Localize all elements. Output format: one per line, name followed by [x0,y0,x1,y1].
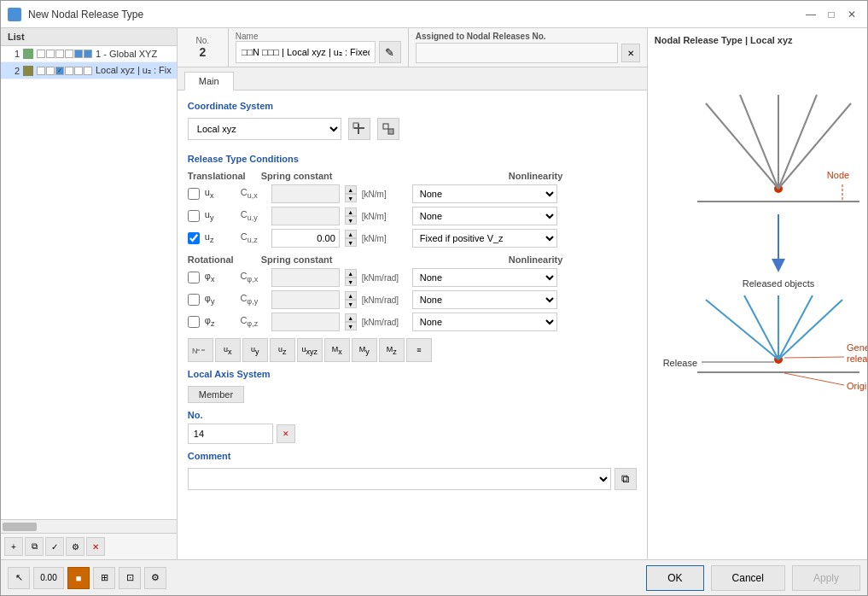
comment-copy-button[interactable]: ⧉ [615,468,637,490]
snap-button[interactable]: ⊡ [119,567,141,589]
comment-input[interactable] [188,468,611,490]
dof-uxyz-button[interactable]: uxyz [297,338,323,362]
name-input[interactable] [236,41,376,63]
assigned-input[interactable] [416,43,618,63]
local-axis-no-input[interactable] [188,424,273,444]
assigned-label: Assigned to Nodal Releases No. [416,32,640,41]
local-axis-clear-button[interactable]: ✕ [277,424,295,443]
uy-spin-up[interactable]: ▲ [345,207,357,216]
dof-uy-button[interactable]: uy [242,338,268,362]
apply-button[interactable]: Apply [792,565,860,591]
assigned-section: Assigned to Nodal Releases No. ✕ [408,28,647,67]
settings-button[interactable]: ⚙ [66,537,84,556]
coord-edit-button[interactable] [377,118,399,140]
phix-row: φx Cφ,x ▲ ▼ [kNm/rad] None [188,268,637,287]
phix-checkbox[interactable] [188,272,200,283]
window-title: New Nodal Release Type [28,9,795,20]
ux-nonlin-select[interactable]: None [412,184,557,203]
rot-label: Rotational [188,254,261,265]
check-button[interactable]: ✓ [45,537,64,556]
ux-checkbox[interactable] [188,188,200,200]
coord-add-button[interactable] [348,118,370,140]
tab-main[interactable]: Main [184,72,234,91]
duplicate-button[interactable]: ⧉ [25,537,44,556]
uy-nonlin-select[interactable]: None [412,207,557,225]
window-icon [8,8,21,21]
dof-all2-button[interactable]: ≡ [406,338,432,362]
grid-button[interactable]: ⊞ [93,567,115,589]
dof-ux-button[interactable]: ux [215,338,241,362]
list-item[interactable]: 1 1 - Global XYZ [1,46,177,62]
local-axis-no-label: No. [188,410,637,420]
uy-checkbox[interactable] [188,210,200,222]
uy-spin-down[interactable]: ▼ [345,216,357,225]
phix-spin-down[interactable]: ▼ [345,278,357,286]
minimize-button[interactable]: — [802,6,819,23]
coordinate-system-select[interactable]: Local xyz Global XYZ [188,118,341,140]
horizontal-scrollbar[interactable] [1,519,177,533]
dof-my-button[interactable]: My [352,338,377,362]
scroll-thumb[interactable] [3,523,37,531]
svg-text:Generated: Generated [847,342,867,353]
uz-spring-input[interactable] [271,229,340,248]
uz-spin-up[interactable]: ▲ [345,230,357,238]
cancel-button[interactable]: Cancel [711,565,785,591]
list-item[interactable]: 2 ✓ Local xyz | u₂ : Fix [1,62,177,79]
uz-spin-down[interactable]: ▼ [345,238,357,247]
ok-button[interactable]: OK [646,565,703,591]
list-item-label-1: 1 - Global XYZ [96,49,157,59]
bottom-bar: ↖ 0.00 ■ ⊞ ⊡ ⚙ OK Cancel Apply [1,559,867,595]
phix-spring-input[interactable] [271,268,340,287]
ux-spin-up[interactable]: ▲ [345,185,357,194]
phiz-checkbox[interactable] [188,316,200,328]
phix-spin-up[interactable]: ▲ [345,269,357,278]
main-window: New Nodal Release Type — □ ✕ List 1 [0,0,868,596]
uy-spring-input[interactable] [271,207,340,225]
phiz-spring-input[interactable] [271,313,340,331]
close-button[interactable]: ✕ [843,6,860,23]
uz-checkbox[interactable] [188,232,200,244]
maximize-button[interactable]: □ [823,6,840,23]
svg-line-32 [784,373,844,385]
phix-nonlin-select[interactable]: None [412,268,557,287]
tabs: Main [178,67,647,91]
phiy-checkbox[interactable] [188,294,200,306]
delete-button[interactable]: ✕ [86,537,105,556]
color-button[interactable]: ■ [67,567,90,589]
ux-spring-input[interactable] [271,184,340,203]
uz-nonlin-select[interactable]: Fixed if positive V_z None [412,229,557,248]
zero-button[interactable]: 0.00 [33,567,64,589]
phiz-spin-up[interactable]: ▲ [345,313,357,322]
assigned-clear-button[interactable]: ✕ [621,44,640,62]
uz-row: uz Cu,z ▲ ▼ [kN/m] Fixed if positive V_z… [188,229,637,248]
dof-all-button[interactable]: N [188,338,213,362]
svg-line-24 [778,300,842,359]
phiy-spin-up[interactable]: ▲ [345,291,357,300]
dof-mx-button[interactable]: Mx [324,338,350,362]
diagram-area: Node Released objects [655,52,867,552]
phiy-row: φy Cφ,y ▲ ▼ [kNm/rad] None [188,290,637,309]
svg-line-10 [740,95,778,189]
dof-uz-button[interactable]: uz [270,338,295,362]
local-axis-member: Member [188,386,244,403]
phiy-spring-input[interactable] [271,290,340,309]
item-color-2 [23,66,33,76]
dof-toolbar: N ux uy uz uxyz Mx My Mz ≡ [188,338,637,362]
ux-spin-down[interactable]: ▼ [345,194,357,202]
add-item-button[interactable]: + [4,537,23,556]
local-axis-title: Local Axis System [188,369,637,379]
phiz-spin-down[interactable]: ▼ [345,322,357,330]
svg-text:Release: Release [662,358,696,368]
list-header: List [1,28,177,46]
name-edit-button[interactable]: ✎ [379,41,401,63]
local-axis-no-section: No. ✕ [188,410,637,444]
settings-tool-button[interactable]: ⚙ [144,567,166,589]
dof-mz-button[interactable]: Mz [379,338,405,362]
name-section: Name ✎ [229,28,408,67]
phiy-spin-down[interactable]: ▼ [345,300,357,308]
phiy-nonlin-select[interactable]: None [412,290,557,309]
right-panel: Nodal Release Type | Local xyz [648,28,867,559]
phiz-nonlin-select[interactable]: None [412,313,557,331]
coordinate-system-title: Coordinate System [188,101,637,111]
pointer-tool-button[interactable]: ↖ [8,567,30,589]
